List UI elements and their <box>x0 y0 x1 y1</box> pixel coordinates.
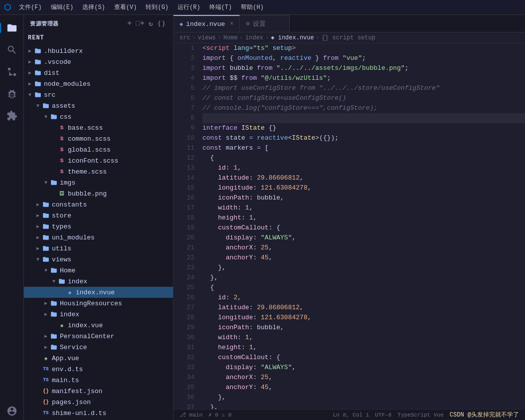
tree-item-24[interactable]: ▶ HousingResources <box>24 298 173 309</box>
tab-index-nvue[interactable]: ◈ index.nvue × <box>174 15 240 32</box>
tree-arrow: ▶ <box>42 310 50 318</box>
new-file-icon[interactable]: + <box>126 18 133 29</box>
tree-item-14[interactable]: 🖼 bubble.png <box>24 188 173 199</box>
breadcrumb: src › views › Home › index › ◈ index.nvu… <box>174 32 525 43</box>
tree-item-label: constants <box>52 201 87 209</box>
tree-item-28[interactable]: ▶ Service <box>24 342 173 353</box>
tree-item-label: PersonalCenter <box>60 333 114 340</box>
activity-search[interactable] <box>3 41 21 59</box>
status-cursor: Ln 8, Col 1 <box>333 412 369 418</box>
tree-item-32[interactable]: {} manifest.json <box>24 386 173 397</box>
breadcrumb-home[interactable]: Home <box>223 34 238 41</box>
tree-item-12[interactable]: S theme.scss <box>24 166 173 177</box>
tree-item-33[interactable]: {} pages.json <box>24 397 173 408</box>
code-line-5: // import useConfigStore from "../../../… <box>202 83 525 93</box>
title-bar: ⬡ 文件(F) 编辑(E) 选择(S) 查看(V) 转到(G) 运行(R) 终端… <box>0 0 525 15</box>
tree-item-6[interactable]: ▼ assets <box>24 100 173 111</box>
activity-account[interactable] <box>3 402 21 420</box>
tree-item-22[interactable]: ▼ index <box>24 276 173 287</box>
tree-item-23[interactable]: ◈ index.nvue <box>24 287 173 298</box>
line-number-28: 28 <box>177 313 194 323</box>
menu-edit[interactable]: 编辑(E) <box>47 2 78 12</box>
status-git[interactable]: ⎇ main <box>179 412 202 418</box>
tree-item-1[interactable]: ▶ .hbuilderx <box>24 45 173 56</box>
line-number-18: 18 <box>177 213 194 223</box>
tree-item-label: index.nvue <box>76 289 115 296</box>
tree-item-label: pages.json <box>52 399 91 406</box>
status-language[interactable]: TypeScript Vue <box>397 412 443 418</box>
menu-select[interactable]: 选择(S) <box>78 2 109 12</box>
tree-item-19[interactable]: ▶ utils <box>24 243 173 254</box>
tree-item-26[interactable]: ◈ index.vue <box>24 320 173 331</box>
menu-file[interactable]: 文件(F) <box>15 2 46 12</box>
new-folder-icon[interactable]: □+ <box>135 18 146 29</box>
tree-item-label: HousingResources <box>60 300 122 307</box>
tree-file-icon <box>50 310 58 318</box>
tree-file-icon <box>50 343 58 351</box>
menu-view[interactable]: 查看(V) <box>110 2 141 12</box>
line-number-11: 11 <box>177 143 194 153</box>
code-line-34: anchorX: 25, <box>202 373 525 383</box>
code-line-33: display: "ALWAYS", <box>202 363 525 373</box>
menu-help[interactable]: 帮助(H) <box>237 2 268 12</box>
tree-item-2[interactable]: ▶ .vscode <box>24 56 173 67</box>
tree-item-16[interactable]: ▶ store <box>24 210 173 221</box>
code-line-6: // const configStore=useConfigStore() <box>202 93 525 103</box>
code-line-11: const markers = [ <box>202 143 525 153</box>
tree-item-label: App.vue <box>52 355 79 362</box>
tree-item-4[interactable]: ▶ node_modules <box>24 78 173 89</box>
tab-settings-icon: ⚙ <box>246 20 249 27</box>
tree-arrow <box>34 387 42 395</box>
tree-item-21[interactable]: ▼ Home <box>24 265 173 276</box>
collapse-icon[interactable]: ⟨⟩ <box>156 18 167 29</box>
line-number-12: 12 <box>177 153 194 163</box>
breadcrumb-views[interactable]: views <box>198 34 216 41</box>
tree-item-20[interactable]: ▼ views <box>24 254 173 265</box>
editor-area: ◈ index.nvue × ⚙ 设置 src › views › Home ›… <box>174 15 525 420</box>
activity-explorer[interactable] <box>3 19 21 37</box>
tree-item-17[interactable]: ▶ types <box>24 221 173 232</box>
tree-item-9[interactable]: S common.scss <box>24 133 173 144</box>
tree-file-icon <box>42 102 50 110</box>
menu-run[interactable]: 运行(R) <box>174 2 204 12</box>
tree-arrow: ▶ <box>42 332 50 340</box>
tree-arrow <box>34 409 42 417</box>
tree-item-30[interactable]: TS env.d.ts <box>24 364 173 375</box>
watermark: CSDN @头发掉完就不学了 <box>450 411 519 419</box>
activity-extensions[interactable] <box>3 107 21 125</box>
refresh-icon[interactable]: ↻ <box>148 18 154 29</box>
tree-item-7[interactable]: ▼ css <box>24 111 173 122</box>
tree-item-31[interactable]: TS main.ts <box>24 375 173 386</box>
tree-item-15[interactable]: ▶ constants <box>24 199 173 210</box>
breadcrumb-index[interactable]: index <box>245 34 263 41</box>
tree-item-34[interactable]: TS shime-uni.d.ts <box>24 408 173 419</box>
menu-goto[interactable]: 转到(G) <box>142 2 173 12</box>
tree-item-25[interactable]: ▶ index <box>24 309 173 320</box>
tree-item-18[interactable]: ▶ uni_modules <box>24 232 173 243</box>
tree-item-10[interactable]: S global.scss <box>24 144 173 155</box>
tab-settings[interactable]: ⚙ 设置 <box>240 15 290 32</box>
tree-item-3[interactable]: ▶ dist <box>24 67 173 78</box>
tree-item-label: assets <box>52 102 75 110</box>
tree-item-8[interactable]: S base.scss <box>24 122 173 133</box>
sidebar-title: 资源管理器 <box>30 20 59 27</box>
breadcrumb-src[interactable]: src <box>179 34 190 41</box>
tree-item-27[interactable]: ▶ PersonalCenter <box>24 331 173 342</box>
line-number-15: 15 <box>177 183 194 193</box>
tree-item-5[interactable]: ▼ src <box>24 89 173 100</box>
tree-file-icon: TS <box>42 409 50 417</box>
status-left: ⎇ main ✗ 0 ⚠ 0 <box>179 412 231 418</box>
code-editor: 1234567891011121314151617181920212223242… <box>174 43 525 409</box>
tree-file-icon: S <box>58 135 66 143</box>
code-content[interactable]: <script lang="ts" setup>import { onMount… <box>198 43 525 409</box>
activity-debug[interactable] <box>3 85 21 103</box>
code-line-7: // console.log("configStore===",configSt… <box>202 103 525 113</box>
menu-terminal[interactable]: 终端(T) <box>205 2 236 12</box>
activity-git[interactable] <box>3 63 21 81</box>
tab-settings-label: 设置 <box>253 19 266 28</box>
tree-item-29[interactable]: ◈ App.vue <box>24 353 173 364</box>
tree-item-11[interactable]: S iconFont.scss <box>24 155 173 166</box>
breadcrumb-file[interactable]: ◈ index.nvue <box>271 34 314 41</box>
tree-item-13[interactable]: ▼ imgs <box>24 177 173 188</box>
tab-close-nvue[interactable]: × <box>230 20 233 27</box>
